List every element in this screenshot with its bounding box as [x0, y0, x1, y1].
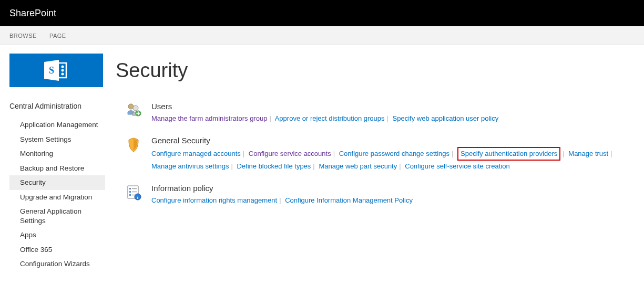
sidebar-item-monitoring[interactable]: Monitoring: [9, 146, 105, 161]
site-logo-tile: S: [9, 54, 103, 87]
section-info-title: Information policy: [151, 184, 633, 193]
link-manage-trust[interactable]: Manage trust: [568, 150, 608, 157]
link-specify-auth-providers[interactable]: Specify authentication providers: [461, 150, 557, 157]
top-bar: SharePoint: [0, 0, 644, 26]
sidebar-item-general-app-settings[interactable]: General Application Settings: [9, 204, 105, 228]
section-information-policy: i Information policy Configure informati…: [126, 184, 633, 206]
checklist-icon: i: [126, 184, 142, 202]
link-approve-reject-groups[interactable]: Approve or reject distribution groups: [275, 114, 385, 122]
highlighted-link-box: Specify authentication providers: [457, 147, 560, 161]
shield-icon: [126, 136, 142, 154]
svg-point-5: [133, 105, 138, 111]
tab-page[interactable]: PAGE: [49, 33, 66, 39]
link-specify-user-policy[interactable]: Specify web application user policy: [393, 114, 499, 122]
svg-rect-10: [129, 194, 131, 196]
sidebar-item-backup-restore[interactable]: Backup and Restore: [9, 161, 105, 176]
ribbon: BROWSE PAGE: [0, 26, 644, 45]
product-name: SharePoint: [9, 8, 56, 19]
section-general-security: General Security Configure managed accou…: [126, 136, 633, 172]
page-title: Security: [116, 54, 188, 87]
svg-point-2: [62, 69, 64, 72]
svg-rect-9: [129, 191, 131, 193]
sidebar-item-configuration-wizards[interactable]: Configuration Wizards: [9, 257, 105, 271]
svg-rect-8: [129, 188, 131, 189]
link-configure-imp[interactable]: Configure Information Management Policy: [285, 196, 413, 204]
link-configure-irm[interactable]: Configure information rights management: [151, 196, 277, 204]
link-web-part-security[interactable]: Manage web part security: [319, 162, 397, 170]
link-blocked-file-types[interactable]: Define blocked file types: [237, 162, 311, 170]
svg-text:S: S: [49, 65, 54, 76]
sidebar-item-upgrade-migration[interactable]: Upgrade and Migration: [9, 190, 105, 205]
sidebar: Central Administration Application Manag…: [0, 102, 105, 271]
users-icon: [126, 102, 142, 119]
sidebar-item-system-settings[interactable]: System Settings: [9, 132, 105, 147]
link-configure-service-accounts[interactable]: Configure service accounts: [249, 150, 331, 157]
svg-point-4: [128, 104, 134, 109]
sidebar-item-application-management[interactable]: Application Management: [9, 118, 105, 132]
link-configure-password-change[interactable]: Configure password change settings: [339, 150, 449, 157]
sidebar-item-security[interactable]: Security: [9, 175, 105, 190]
link-manage-antivirus[interactable]: Manage antivirus settings: [151, 162, 229, 170]
sidebar-item-apps[interactable]: Apps: [9, 228, 105, 242]
section-users-title: Users: [151, 102, 633, 111]
tab-browse[interactable]: BROWSE: [9, 33, 37, 39]
sidebar-heading: Central Administration: [9, 102, 105, 110]
link-manage-farm-admins[interactable]: Manage the farm administrators group: [151, 114, 267, 122]
section-general-title: General Security: [151, 136, 633, 145]
svg-point-3: [62, 73, 64, 76]
link-configure-managed-accounts[interactable]: Configure managed accounts: [151, 150, 241, 157]
sharepoint-logo-icon: S: [43, 59, 69, 82]
link-self-service-site[interactable]: Configure self-service site creation: [405, 162, 509, 170]
main-content: Users Manage the farm administrators gro…: [105, 102, 644, 271]
section-users: Users Manage the farm administrators gro…: [126, 102, 633, 124]
svg-point-1: [62, 66, 64, 68]
sidebar-item-office-365[interactable]: Office 365: [9, 242, 105, 257]
